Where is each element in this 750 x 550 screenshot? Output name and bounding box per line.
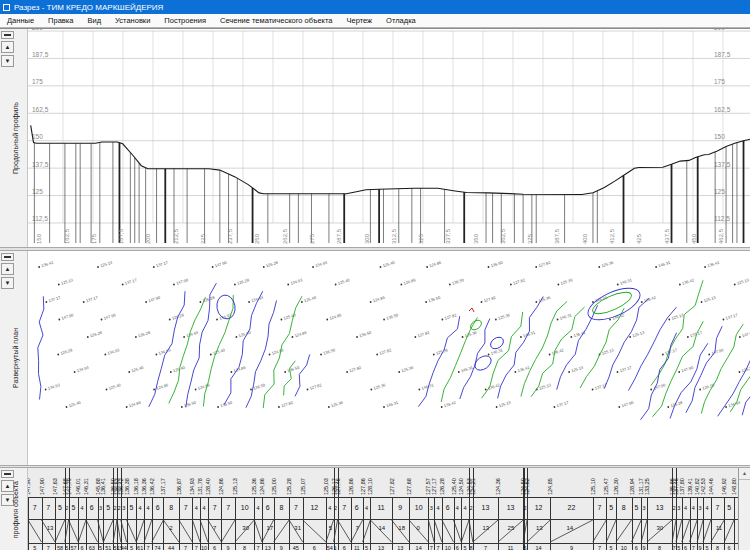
grid-elevation-label: 144,46 <box>707 469 715 495</box>
grid-distance-value: 5 <box>724 497 734 519</box>
grid-bottom-value: 9 <box>550 544 593 550</box>
grid-table[interactable]: 147,90147,90147,63147,68147,79146,01146,… <box>28 468 738 550</box>
svg-text:2: 2 <box>169 525 173 531</box>
grid-bottom-value: 10 <box>200 544 208 550</box>
grid-distance-value: 11 <box>370 497 391 519</box>
svg-text:14: 14 <box>378 525 385 531</box>
grid-distance-value: 5 <box>55 497 65 519</box>
grid-bottom-value: 5 <box>606 544 616 550</box>
grid-bottom-value: 11 <box>351 544 363 550</box>
grid-elevation-label: 125,03 <box>322 469 330 495</box>
grid-distance-value: 4 <box>434 497 442 519</box>
grid-distance-value: 7 <box>593 497 607 519</box>
profile-chart[interactable]: 200200187,5187,5175175162,5162,515015013… <box>28 29 750 247</box>
grid-elevation-label: 124,86 <box>258 469 266 495</box>
grid-bottom-value: 6 <box>338 544 352 550</box>
grid-elevation-label: 124,36 <box>494 469 502 495</box>
grid-distance-value: 4 <box>192 497 200 519</box>
grid-distance-value: 7 <box>711 497 725 519</box>
grid-distance-value: 6 <box>351 497 363 519</box>
grid-distance-value: 7 <box>208 497 222 519</box>
menu-item[interactable]: Вид <box>80 14 108 27</box>
grid-elevation-label: 146,31 <box>82 469 90 495</box>
svg-text:125: 125 <box>32 188 43 195</box>
grid-bottom-value: 5 <box>28 544 42 550</box>
grid-elevation-label: 125,00 <box>270 469 278 495</box>
grid-bottom-value: 7 <box>690 544 698 550</box>
menu-item[interactable]: Данные <box>0 14 41 27</box>
grid-elevation-label: 124,86 <box>217 469 225 495</box>
svg-text:175: 175 <box>32 78 43 85</box>
grid-distance-value: 4 <box>326 497 334 519</box>
grid-elevation-label: 125,07 <box>299 469 307 495</box>
svg-text:175: 175 <box>714 78 725 85</box>
grid-elevation-label: 127,82 <box>388 469 396 495</box>
title-bar[interactable]: Разрез - ТИМ КРЕДО МАРКШЕЙДЕРИЯ <box>0 0 750 14</box>
svg-text:337,5: 337,5 <box>445 228 451 244</box>
svg-text:425: 425 <box>636 233 642 244</box>
plan-panel-label: Развернутый план <box>12 328 19 388</box>
grid-bottom-value: 54 <box>326 544 334 550</box>
grid-distance-value: 12 <box>303 497 326 519</box>
grid-elevation-label: 136,38 <box>123 469 131 495</box>
svg-text:187,5: 187,5 <box>714 51 731 58</box>
profile-panel-label: Продольный профиль <box>12 102 19 174</box>
svg-text:312,5: 312,5 <box>391 228 397 244</box>
grid-bottom-value: 7 <box>254 544 262 550</box>
svg-text:30: 30 <box>657 525 664 531</box>
svg-text:30: 30 <box>242 525 249 531</box>
grid-bottom-value: 8 <box>647 544 672 550</box>
grid-distance-value: 6 <box>152 497 164 519</box>
grid-bottom-value: 13 <box>262 544 274 550</box>
grid-elevation-label: 147,90 <box>38 469 46 495</box>
menu-item[interactable]: Отладка <box>379 14 423 27</box>
grid-distance-value: 4 <box>363 497 371 519</box>
grid-distance-value: 22 <box>550 497 593 519</box>
grid-distance-value: 5 <box>606 497 616 519</box>
svg-text:400: 400 <box>582 233 588 244</box>
svg-text:175: 175 <box>91 233 97 244</box>
grid-bottom-value: 74 <box>152 544 164 550</box>
svg-text:250: 250 <box>254 233 260 244</box>
grid-distance-value: 8 <box>616 497 632 519</box>
grid-elevation-label: 124,62 <box>523 469 531 495</box>
grid-table-area: 147,90147,90147,63147,68147,79146,01146,… <box>28 468 750 550</box>
grid-elevation-label: 136,42 <box>148 469 156 495</box>
grid-bottom-value: 14 <box>409 544 428 550</box>
grid-bottom-value: 44 <box>163 544 179 550</box>
grid-bottom-value: 51 <box>103 544 113 550</box>
grid-bottom-value: 6 <box>208 544 222 550</box>
grid-elevation-label: 131,78 <box>196 469 204 495</box>
grid-bottom-value: 61 <box>136 544 144 550</box>
grid-elevation-label: 125,10 <box>589 469 597 495</box>
menu-item[interactable]: Сечение тематического объекта <box>213 14 339 27</box>
grid-vertical-scrollbar[interactable]: ▲ <box>738 468 750 550</box>
grid-column-line <box>734 497 735 550</box>
grid-elevation-label: 127,68 <box>405 469 413 495</box>
grid-bottom-value: 11 <box>498 544 523 550</box>
svg-text:437,5: 437,5 <box>664 228 670 244</box>
grid-bottom-value: 8 <box>235 544 254 550</box>
grid-distance-value: 5 <box>103 497 113 519</box>
scroll-up-arrow-icon[interactable]: ▲ <box>739 468 750 480</box>
menu-item[interactable]: Установки <box>108 14 157 27</box>
menu-item[interactable]: Чертеж <box>339 14 379 27</box>
grid-elevation-label: 127,17 <box>430 469 438 495</box>
grid-distance-value: 7 <box>338 497 352 519</box>
menu-item[interactable]: Построения <box>157 14 213 27</box>
svg-text:275: 275 <box>309 233 315 244</box>
app-window: Разрез - ТИМ КРЕДО МАРКШЕЙДЕРИЯ ДанныеПр… <box>0 0 750 550</box>
svg-text:212,5: 212,5 <box>173 228 179 244</box>
grid-bottom-value: 57 <box>69 544 79 550</box>
grid-elevation-label: 137,80 <box>678 469 686 495</box>
menu-item[interactable]: Правка <box>41 14 80 27</box>
grid-distance-value: 12 <box>527 497 550 519</box>
grid-bottom-value: 7 <box>179 544 193 550</box>
grid-elevation-label: 136,36 <box>140 469 148 495</box>
plan-view[interactable]: 136.42125.13137.17147.90126.28134.93125.… <box>28 251 750 465</box>
grid-elevation-label: 128,94 <box>628 469 636 495</box>
grid-distance-value: 4 <box>682 497 690 519</box>
grid-elevation-label: 126,86 <box>347 469 355 495</box>
grid-distance-value: 7 <box>221 497 235 519</box>
grid-elevation-label: 128,10 <box>366 469 374 495</box>
